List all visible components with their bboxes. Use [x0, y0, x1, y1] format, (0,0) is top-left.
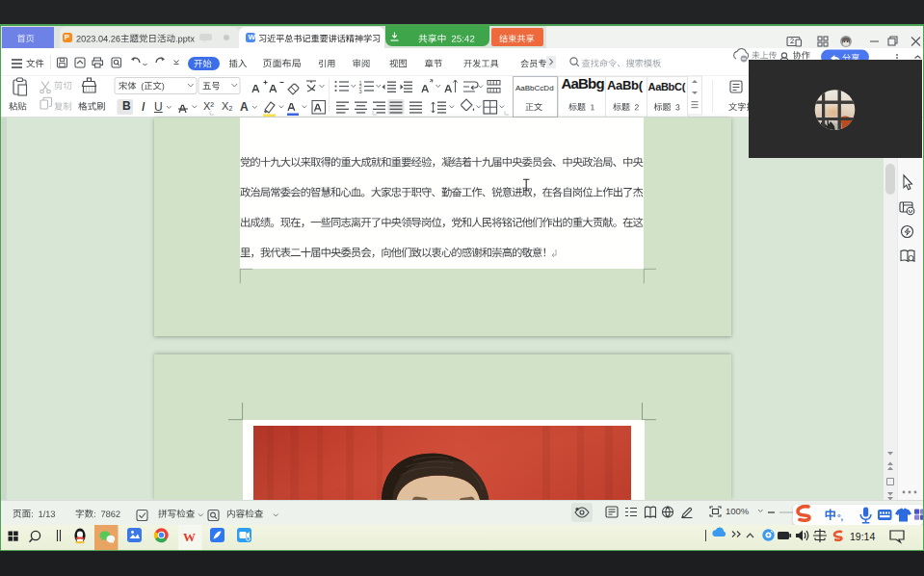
- svg-text:°,: °,: [837, 512, 843, 522]
- svg-text:W: W: [183, 530, 196, 544]
